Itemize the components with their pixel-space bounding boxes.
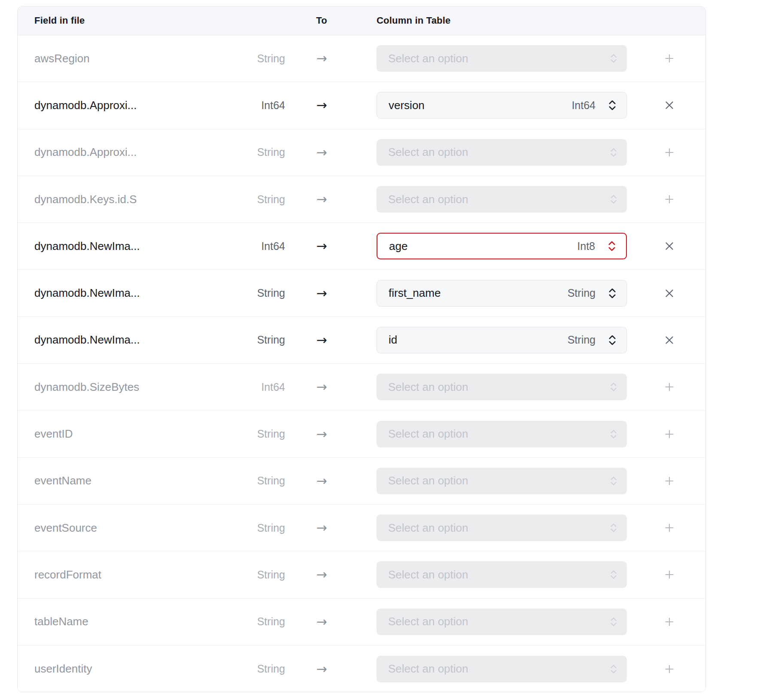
chevrons-up-down-icon	[606, 334, 619, 347]
arrow-right-icon: →	[285, 663, 358, 676]
column-select-type: String	[568, 287, 596, 299]
column-select-value: Select an option	[388, 146, 608, 159]
mapping-row: userIdentity String → Select an option	[18, 645, 705, 692]
add-mapping-button[interactable]	[659, 189, 680, 210]
field-name: userIdentity	[34, 662, 223, 676]
x-icon	[665, 241, 674, 251]
field-type: Int64	[223, 99, 285, 112]
remove-mapping-button[interactable]	[659, 95, 680, 116]
mapping-row: awsRegion String → Select an option	[18, 35, 705, 82]
field-type: String	[223, 334, 285, 346]
column-header-to: To	[285, 15, 358, 26]
plus-icon	[665, 54, 674, 63]
arrow-right-icon: →	[285, 615, 358, 628]
plus-icon	[665, 429, 674, 439]
column-select: Select an option	[377, 421, 627, 447]
mapping-row: eventName String → Select an option	[18, 458, 705, 505]
chevrons-up-down-icon	[608, 616, 619, 627]
column-select: Select an option	[377, 45, 627, 72]
mapping-row: dynamodb.NewIma... Int64 → age Int8	[18, 223, 705, 270]
column-select-value: Select an option	[388, 568, 608, 581]
chevrons-up-down-icon	[606, 99, 619, 112]
column-select: Select an option	[377, 561, 627, 588]
plus-icon	[665, 617, 674, 627]
add-mapping-button[interactable]	[659, 612, 680, 632]
field-type: String	[223, 193, 285, 206]
field-type: String	[223, 146, 285, 158]
arrow-right-icon: →	[285, 99, 358, 112]
field-name: dynamodb.NewIma...	[34, 286, 223, 300]
arrow-right-icon: →	[285, 521, 358, 534]
field-name: dynamodb.Approxi...	[34, 99, 223, 112]
add-mapping-button[interactable]	[659, 564, 680, 585]
arrow-right-icon: →	[285, 475, 358, 487]
column-select-value: Select an option	[388, 521, 608, 535]
plus-icon	[665, 476, 674, 486]
field-name: eventSource	[34, 521, 223, 535]
add-mapping-button[interactable]	[659, 517, 680, 538]
arrow-right-icon: →	[285, 240, 358, 253]
arrow-right-icon: →	[285, 380, 358, 393]
column-select: Select an option	[377, 656, 627, 682]
arrow-right-icon: →	[285, 193, 358, 206]
mapping-row: dynamodb.Approxi... String → Select an o…	[18, 129, 705, 176]
field-type: String	[223, 569, 285, 581]
field-type: String	[223, 522, 285, 534]
arrow-right-icon: →	[285, 428, 358, 441]
plus-icon	[665, 382, 674, 392]
column-select-value: Select an option	[388, 193, 608, 206]
mapping-row: dynamodb.Approxi... Int64 → version Int6…	[18, 82, 705, 129]
chevrons-up-down-icon	[608, 194, 619, 205]
plus-icon	[665, 148, 674, 157]
mapping-row: dynamodb.NewIma... String → id String	[18, 317, 705, 364]
add-mapping-button[interactable]	[659, 142, 680, 163]
remove-mapping-button[interactable]	[659, 283, 680, 304]
mapping-row: eventSource String → Select an option	[18, 505, 705, 551]
column-select: Select an option	[377, 186, 627, 213]
column-select-value: Select an option	[388, 427, 608, 441]
column-select: Select an option	[377, 609, 627, 635]
chevrons-up-down-icon	[608, 663, 619, 675]
field-name: eventName	[34, 474, 223, 487]
add-mapping-button[interactable]	[659, 471, 680, 491]
column-select-value: Select an option	[388, 52, 608, 65]
plus-icon	[665, 570, 674, 579]
plus-icon	[665, 664, 674, 674]
arrow-right-icon: →	[285, 334, 358, 347]
field-type: Int64	[223, 240, 285, 253]
column-select[interactable]: id String	[377, 327, 627, 353]
column-select[interactable]: version Int64	[377, 92, 627, 119]
mapping-row: tableName String → Select an option	[18, 599, 705, 645]
field-type: Int64	[223, 381, 285, 393]
remove-mapping-button[interactable]	[659, 330, 680, 350]
add-mapping-button[interactable]	[659, 424, 680, 444]
table-header: Field in file To Column in Table	[18, 6, 705, 35]
table-body: awsRegion String → Select an option dyna	[18, 35, 705, 692]
x-icon	[665, 100, 674, 110]
field-name: dynamodb.NewIma...	[34, 333, 223, 347]
add-mapping-button[interactable]	[659, 377, 680, 397]
column-select-value: Select an option	[388, 615, 608, 628]
column-header-column-in-table: Column in Table	[377, 15, 627, 26]
chevrons-up-down-icon	[608, 569, 619, 580]
mapping-row: eventID String → Select an option	[18, 411, 705, 457]
column-select: Select an option	[377, 514, 627, 541]
column-header-field-in-file: Field in file	[34, 15, 223, 26]
arrow-right-icon: →	[285, 287, 358, 300]
remove-mapping-button[interactable]	[659, 236, 680, 256]
chevrons-up-down-icon	[605, 240, 618, 253]
field-name: recordFormat	[34, 568, 223, 581]
chevrons-up-down-icon	[608, 429, 619, 440]
field-type: String	[223, 615, 285, 628]
add-mapping-button[interactable]	[659, 659, 680, 679]
column-select[interactable]: age Int8	[377, 233, 627, 259]
column-select-value: age	[389, 240, 577, 253]
arrow-right-icon: →	[285, 146, 358, 159]
plus-icon	[665, 523, 674, 533]
arrow-right-icon: →	[285, 568, 358, 581]
mapping-row: dynamodb.NewIma... String → first_name S…	[18, 270, 705, 317]
chevrons-up-down-icon	[608, 53, 619, 64]
column-select[interactable]: first_name String	[377, 280, 627, 307]
field-name: dynamodb.Keys.id.S	[34, 193, 223, 206]
add-mapping-button[interactable]	[659, 48, 680, 69]
